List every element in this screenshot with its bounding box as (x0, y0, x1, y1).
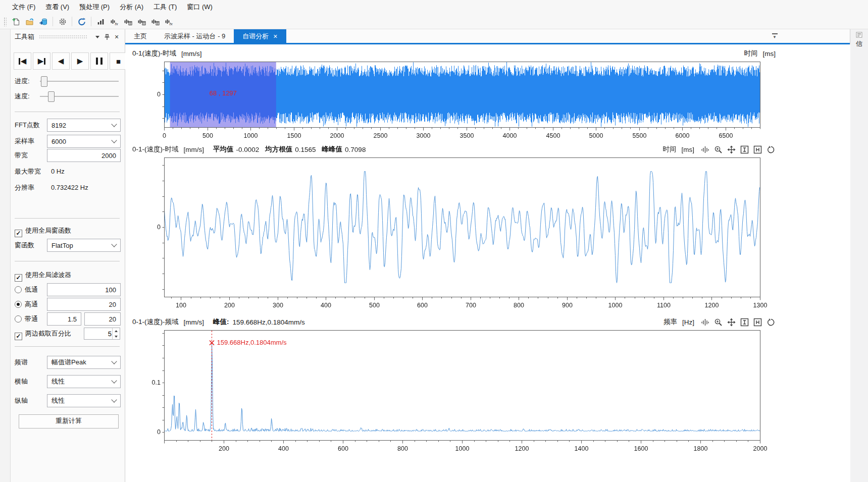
trim-percent-checkbox[interactable]: ✓ (15, 333, 22, 340)
tab-list-dropdown-icon[interactable]: ▼ (770, 32, 779, 40)
time-chart-header: 0-1-(速度)-时域 [mm/s] 平均值 -0.0002 均方根值 0.15… (132, 144, 776, 154)
spectrum-xaxis-title: 频率 (663, 317, 677, 327)
waveform-table-icon-1[interactable] (121, 15, 135, 28)
bandpass-row: 带通 (15, 312, 120, 326)
waveform-fx-icon[interactable]: fx (108, 15, 121, 28)
toolbar-drag-handle[interactable] (4, 17, 7, 26)
skip-to-end-button[interactable]: ▶ (33, 52, 50, 70)
menu-preprocess[interactable]: 预处理 (P) (74, 0, 115, 14)
reset-view-icon[interactable] (766, 317, 776, 327)
time-chart-tools (700, 145, 776, 154)
play-button[interactable]: ▶ (71, 52, 89, 70)
menu-view[interactable]: 查看 (V) (40, 0, 74, 14)
highpass-input[interactable] (47, 298, 121, 311)
divider (15, 112, 120, 112)
highpass-label: 高通 (25, 298, 38, 311)
open-file-icon[interactable] (23, 15, 36, 28)
overview-chart-title: 0-1(速度)-时域 (132, 49, 176, 58)
bar-chart-icon[interactable] (94, 15, 108, 28)
fft-points-select[interactable]: 8192 (47, 119, 121, 132)
spectrum-type-row: 频谱 幅值谱Peak (15, 356, 120, 369)
menu-analysis[interactable]: 分析 (A) (115, 0, 148, 14)
bandpass-radio[interactable] (15, 315, 22, 323)
trim-percent-input[interactable] (84, 328, 114, 339)
lowpass-radio[interactable] (15, 286, 22, 293)
trim-percent-label: 两边截取百分比 (25, 330, 71, 337)
stop-button[interactable]: ■ (110, 52, 127, 70)
panel-pin-icon[interactable] (103, 33, 111, 41)
xaxis-scale-select[interactable]: 线性 (47, 375, 121, 388)
progress-slider[interactable] (40, 81, 119, 82)
mean-value: -0.0002 (236, 146, 260, 153)
resolution-row: 分辨率 0.732422 Hz (15, 183, 120, 192)
divider (15, 218, 120, 219)
chevron-down-icon (111, 397, 117, 402)
speed-slider[interactable] (40, 96, 119, 97)
svg-text:fx: fx (169, 21, 173, 26)
panel-close-icon[interactable]: × (113, 33, 121, 41)
spin-up-icon[interactable] (113, 328, 120, 334)
settings-gear-icon[interactable] (56, 15, 69, 28)
xaxis-scale-label: 横轴 (15, 378, 28, 385)
export-data-icon[interactable] (36, 15, 50, 28)
frequency-spectrum-chart[interactable] (125, 330, 849, 457)
use-filter-checkbox[interactable]: ✓ (15, 274, 22, 282)
signal-list-tab-label: 信 (856, 39, 862, 48)
bandwidth-input[interactable] (47, 149, 121, 162)
tab-auto-spectrum-analysis[interactable]: 自谱分析 × (234, 29, 286, 43)
pan-icon[interactable] (727, 145, 736, 154)
svg-text:fx: fx (115, 21, 118, 26)
horizontal-cursor-icon[interactable] (753, 317, 762, 327)
speed-slider-thumb[interactable] (48, 91, 55, 102)
step-back-button[interactable]: ◀ (52, 52, 70, 70)
horizontal-cursor-icon[interactable] (753, 145, 762, 154)
pause-button[interactable] (90, 52, 108, 70)
vertical-cursor-icon[interactable] (740, 145, 749, 154)
tab-close-icon[interactable]: × (273, 33, 277, 40)
tab-home[interactable]: 主页 (125, 29, 156, 43)
waveform-table-icon-2[interactable] (135, 15, 148, 28)
vertical-cursor-icon[interactable] (740, 317, 749, 327)
rms-value: 0.1565 (295, 146, 316, 153)
menu-window[interactable]: 窗口 (W) (182, 0, 218, 14)
overview-chart-header: 0-1(速度)-时域 [mm/s] 时间 [ms] (132, 48, 776, 59)
use-window-checkbox[interactable]: ✓ (15, 230, 22, 237)
bandpass-high-input[interactable] (84, 312, 121, 326)
lowpass-input[interactable] (47, 283, 121, 296)
signal-cursor-icon[interactable] (700, 145, 710, 154)
skip-to-start-button[interactable]: ◀ (14, 52, 31, 70)
highpass-radio[interactable] (15, 301, 22, 308)
zoom-in-icon[interactable] (713, 317, 723, 327)
waveform-fx-icon-2[interactable]: fx (162, 15, 176, 28)
tab-oscilloscope-sampling[interactable]: 示波采样 - 运动台 - 9 (156, 29, 234, 43)
overview-waveform-chart[interactable] (125, 62, 849, 145)
new-file-icon[interactable] (9, 15, 23, 28)
recalculate-button[interactable]: 重新计算 (19, 414, 119, 429)
spectrum-type-select[interactable]: 幅值谱Peak (47, 356, 121, 369)
progress-slider-thumb[interactable] (41, 76, 47, 87)
highpass-row: 高通 (15, 298, 120, 311)
signal-list-collapsed-tab[interactable]: 信 (850, 29, 868, 482)
menu-file[interactable]: 文件 (F) (7, 0, 40, 14)
rms-label: 均方根值 (265, 145, 292, 154)
speed-slider-row: 速度: (15, 91, 120, 102)
zoom-in-icon[interactable] (713, 145, 723, 154)
refresh-icon[interactable] (75, 15, 88, 28)
time-domain-chart[interactable] (125, 157, 849, 313)
bandpass-low-input[interactable] (47, 312, 81, 326)
menu-tools[interactable]: 工具 (T) (148, 0, 182, 14)
toolbar-separator (53, 17, 53, 26)
yaxis-scale-select[interactable]: 线性 (47, 394, 121, 407)
panel-drag-texture[interactable] (39, 35, 87, 39)
waveform-table-icon-3[interactable] (148, 15, 162, 28)
reset-view-icon[interactable] (766, 145, 776, 154)
window-fn-select[interactable]: FlatTop (47, 239, 121, 252)
sample-rate-select[interactable]: 6000 (47, 135, 121, 148)
use-window-row: ✓使用全局窗函数 (15, 226, 120, 236)
panel-menu-caret-icon[interactable] (93, 33, 101, 41)
resolution-value: 0.732422 Hz (51, 183, 88, 192)
signal-cursor-icon[interactable] (700, 317, 710, 327)
chevron-down-icon (111, 358, 117, 364)
spin-down-icon[interactable] (113, 334, 120, 339)
pan-icon[interactable] (727, 317, 736, 327)
